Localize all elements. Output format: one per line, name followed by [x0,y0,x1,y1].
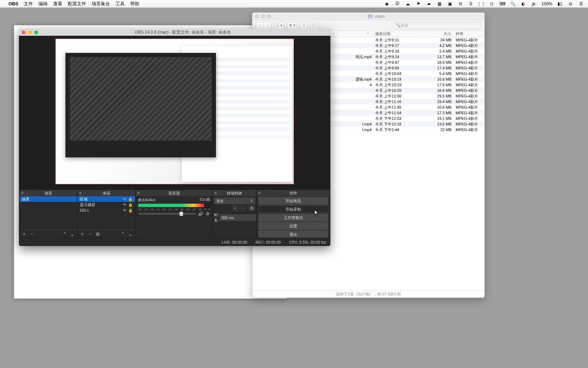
obs-titlebar[interactable]: OBS 24.0.6 (mac) - 配置文件: 未命名 - 场景: 未命名 [19,29,330,36]
lock-icon[interactable]: 🔒 [128,197,133,202]
obs-preview-area[interactable] [19,36,330,189]
menubar-s-icon[interactable]: S [468,1,474,7]
mixer-title: 混音器 [168,191,180,196]
scene-up-button[interactable]: ⌃ [62,232,67,237]
action-button[interactable]: ⚙ ▾ [287,22,297,29]
preview-canvas[interactable] [55,39,294,184]
menu-edit[interactable]: 编辑 [38,1,48,7]
col-date-header[interactable]: 修改日期 [373,31,426,37]
source-settings-button[interactable]: ⚙ [95,232,100,237]
volume-slider[interactable] [138,213,196,214]
menu-tools[interactable]: 工具 [115,1,125,7]
lock-icon[interactable]: 🔒 [128,203,133,207]
nav-forward-button[interactable]: › [264,22,271,29]
obs-minimize-icon[interactable] [28,30,32,34]
lock-icon[interactable]: 🔒 [128,208,133,213]
popout-icon[interactable]: ⧉ [79,191,82,195]
transition-settings-button[interactable]: ⚙ [248,205,255,211]
start-streaming-button[interactable]: 开始推流 [258,197,328,205]
obs-zoom-icon[interactable] [34,30,38,34]
menubar-user-icon[interactable]: ⚑ [415,1,421,7]
transition-add-button[interactable]: ＋ [232,205,238,211]
finder-close-icon[interactable] [255,14,259,18]
finder-zoom-icon[interactable] [267,14,271,18]
tags-button[interactable]: ◯ [310,22,318,29]
scene-add-button[interactable]: ＋ [22,232,27,237]
mixer-settings-icon[interactable]: ⚙ [205,211,210,216]
slider-knob[interactable] [180,212,183,216]
macos-menubar: OBS 文件 编辑 查看 配置文件 场景集合 工具 帮助 ◉ Ⓓ ☁ ⚑ ▰ ▦… [0,0,588,8]
menubar-obs-icon[interactable]: ◉ [384,1,390,7]
menubar-code-icon[interactable]: ⟨⟩ [489,1,495,7]
finder-minimize-icon[interactable] [261,14,265,18]
menu-view[interactable]: 查看 [53,1,62,7]
folder-icon [368,14,373,18]
menubar-note-icon[interactable]: ▰ [426,1,432,7]
menubar-app-name[interactable]: OBS [8,1,18,6]
menubar-toggle-icon[interactable]: ⊖ [568,1,573,7]
popout-icon[interactable]: ⧉ [21,191,23,195]
menu-profile[interactable]: 配置文件 [68,1,86,7]
studio-mode-button[interactable]: 工作室模式 [258,214,328,222]
scene-down-button[interactable]: ⌄ [70,232,75,237]
source-down-button[interactable]: ⌄ [128,232,133,237]
scene-remove-button[interactable]: － [29,232,34,237]
menubar-volume-icon[interactable]: 🔊 [531,1,537,7]
preview-obs-mirror [65,53,216,157]
finder-titlebar[interactable]: video [252,13,484,20]
source-up-button[interactable]: ⌃ [120,232,125,237]
sort-asc-icon: ⌃ [366,32,369,36]
finder-status-bar: 选择了1项（共17项），28.57 GB可用 [252,291,484,298]
menubar-search-icon[interactable]: 🔍 [510,1,516,7]
scenes-panel: ⧉场景 场景 ＋ － ⌃ ⌄ [20,190,77,238]
col-kind-header[interactable]: 种类 [454,31,484,37]
source-item[interactable]: DELL👁🔒 [78,207,135,213]
obs-close-icon[interactable] [22,30,26,34]
obs-bottom-panels: ⧉场景 场景 ＋ － ⌃ ⌄ ⧉来源 区域👁🔒 显示捕获👁🔒 DELL👁🔒 ＋ [19,189,330,238]
obs-window: OBS 24.0.6 (mac) - 配置文件: 未命名 - 场景: 未命名 ⧉… [19,29,330,246]
popout-icon[interactable]: ⧉ [258,191,261,195]
source-add-button[interactable]: ＋ [80,232,85,237]
menu-help[interactable]: 帮助 [130,1,139,7]
menubar-battery-icon[interactable]: ▮▯ [557,1,563,7]
visibility-icon[interactable]: 👁 [123,203,127,207]
nav-back-button[interactable]: ‹ [256,22,264,29]
status-live: LIVE: 00:00:00 [222,240,247,244]
menubar-keyboard-icon[interactable]: ⌨ [499,1,505,7]
scene-item[interactable]: 场景 [20,196,77,202]
menubar-battery-pct: 100% [541,1,552,6]
finder-search-input[interactable]: 🔍 搜索 [393,22,481,29]
menu-file[interactable]: 文件 [24,1,33,7]
source-item[interactable]: 显示捕获👁🔒 [78,202,135,207]
popout-icon[interactable]: ⧉ [137,191,140,195]
share-button[interactable]: ⇪ [300,22,308,29]
controls-title: 控件 [289,191,297,196]
visibility-icon[interactable]: 👁 [123,197,127,202]
finder-title: video [374,14,385,19]
exit-button[interactable]: 退出 [258,231,328,238]
mixer-level: 0.0 dB [200,198,210,203]
source-remove-button[interactable]: － [88,232,92,237]
duration-input[interactable] [219,214,256,221]
transition-remove-button[interactable]: － [240,205,246,211]
menubar-hamburger-icon[interactable]: ☰ [578,1,584,7]
view-mode-button[interactable]: ☷ ▾ [274,22,284,29]
menu-scene-collection[interactable]: 场景集合 [92,1,110,7]
source-item[interactable]: 区域👁🔒 [78,196,135,202]
start-recording-button[interactable]: 开始录制 [258,205,328,213]
visibility-icon[interactable]: 👁 [123,208,127,213]
settings-button[interactable]: 设置 [258,222,328,230]
menubar-d-icon[interactable]: Ⓓ [394,1,400,7]
transitions-panel: ⧉转场特效 淡出⇅ ＋ － ⚙ 时长 ▴▾ [213,190,256,238]
menubar-n-icon[interactable]: N [457,1,463,7]
menubar-screen-icon[interactable]: ▣ [447,1,453,7]
obs-window-title: OBS 24.0.6 (mac) - 配置文件: 未命名 - 场景: 未命名 [38,29,328,35]
popout-icon[interactable]: ⧉ [214,191,217,195]
speaker-icon[interactable]: 🔊 [198,211,203,216]
transition-select[interactable]: 淡出⇅ [214,198,255,204]
menubar-cc-icon[interactable]: ☁ [405,1,411,7]
menubar-siri-icon[interactable]: ◐ [520,1,526,7]
col-size-header[interactable]: 大小 [426,31,454,37]
menubar-grid-icon[interactable]: ▦ [436,1,442,7]
menubar-bt-icon[interactable]: ⋮⋮ [478,1,484,7]
